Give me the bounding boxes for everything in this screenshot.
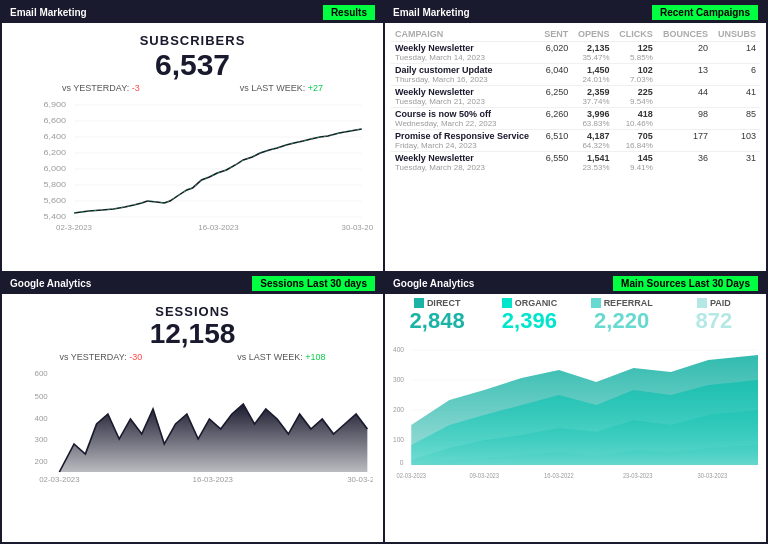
campaign-name: Promise of Responsive Service <box>395 131 535 141</box>
paid-label: PAID <box>710 298 731 308</box>
email-marketing-campaigns-panel: Email Marketing Recent Campaigns CAMPAIG… <box>385 2 766 271</box>
direct-value: 2,848 <box>393 308 481 334</box>
svg-text:5,800: 5,800 <box>44 179 67 188</box>
direct-label: DIRECT <box>427 298 461 308</box>
google-analytics-sources-panel: Google Analytics Main Sources Last 30 Da… <box>385 273 766 542</box>
paid-value: 872 <box>670 308 758 334</box>
referral-label: REFERRAL <box>604 298 653 308</box>
campaign-name-cell: Daily customer Update Thursday, March 16… <box>391 64 539 86</box>
campaign-name-cell: Weekly Newsletter Tuesday, March 14, 202… <box>391 42 539 64</box>
svg-text:300: 300 <box>35 435 48 443</box>
table-row: Weekly Newsletter Tuesday, March 28, 202… <box>391 152 760 174</box>
table-row: Weekly Newsletter Tuesday, March 14, 202… <box>391 42 760 64</box>
ga-sessions-badge: Sessions Last 30 days <box>252 276 375 291</box>
subscribers-number: 6,537 <box>155 48 230 81</box>
unsubs-cell: 14 <box>712 42 760 64</box>
svg-text:400: 400 <box>35 414 48 422</box>
svg-text:0: 0 <box>400 457 404 467</box>
ga-sources-title: Google Analytics <box>393 278 474 289</box>
google-analytics-sessions-panel: Google Analytics Sessions Last 30 days S… <box>2 273 383 542</box>
campaign-name-cell: Weekly Newsletter Tuesday, March 21, 202… <box>391 86 539 108</box>
svg-rect-28 <box>414 298 424 308</box>
unsubs-cell: 41 <box>712 86 760 108</box>
email-marketing-left-badge: Results <box>323 5 375 20</box>
campaign-date: Friday, March 24, 2023 <box>395 141 535 150</box>
campaign-name: Weekly Newsletter <box>395 43 535 53</box>
source-referral: REFERRAL 2,220 <box>578 298 666 334</box>
campaign-date: Tuesday, March 14, 2023 <box>395 53 535 62</box>
email-marketing-right-title: Email Marketing <box>393 7 470 18</box>
clicks-cell: 225 9.54% <box>614 86 657 108</box>
svg-text:30-03-2023: 30-03-2023 <box>347 475 373 483</box>
col-opens: OPENS <box>572 27 613 42</box>
svg-text:6,400: 6,400 <box>44 131 67 140</box>
bounces-cell: 36 <box>657 152 712 174</box>
svg-text:400: 400 <box>393 344 404 354</box>
sent-cell: 6,020 <box>539 42 572 64</box>
sources-content: DIRECT 2,848 ORGANIC 2,396 REFERRAL 2,22… <box>385 294 766 542</box>
campaigns-content: CAMPAIGN SENT OPENS CLICKS BOUNCES UNSUB… <box>385 23 766 271</box>
campaign-name-cell: Weekly Newsletter Tuesday, March 28, 202… <box>391 152 539 174</box>
table-row: Promise of Responsive Service Friday, Ma… <box>391 130 760 152</box>
email-marketing-subscribers-panel: Email Marketing Results SUBSCRIBERS 6,53… <box>2 2 383 271</box>
bounces-cell: 20 <box>657 42 712 64</box>
referral-icon <box>591 298 601 308</box>
sessions-vs-last-week-value: +108 <box>305 352 325 362</box>
sessions-comparisons: vs YESTERDAY: -30 vs LAST WEEK: +108 <box>12 352 373 362</box>
sent-cell: 6,250 <box>539 86 572 108</box>
sessions-vs-last-week: vs LAST WEEK: +108 <box>237 352 325 362</box>
svg-rect-31 <box>697 298 707 308</box>
unsubs-cell: 6 <box>712 64 760 86</box>
campaign-name: Weekly Newsletter <box>395 153 535 163</box>
clicks-cell: 705 16.84% <box>614 130 657 152</box>
vs-last-week: vs LAST WEEK: +27 <box>240 83 323 93</box>
sent-cell: 6,550 <box>539 152 572 174</box>
campaign-date: Tuesday, March 28, 2023 <box>395 163 535 172</box>
col-sent: SENT <box>539 27 572 42</box>
col-bounces: BOUNCES <box>657 27 712 42</box>
opens-cell: 2,135 35.47% <box>572 42 613 64</box>
svg-text:200: 200 <box>393 404 404 414</box>
svg-text:02-03-2023: 02-03-2023 <box>39 475 79 483</box>
campaign-date: Wednesday, March 22, 2023 <box>395 119 535 128</box>
opens-cell: 3,996 63.83% <box>572 108 613 130</box>
sent-cell: 6,260 <box>539 108 572 130</box>
vs-yesterday-value: -3 <box>132 83 140 93</box>
organic-label: ORGANIC <box>515 298 558 308</box>
opens-cell: 4,187 64.32% <box>572 130 613 152</box>
ga-sources-badge: Main Sources Last 30 Days <box>613 276 758 291</box>
bounces-cell: 98 <box>657 108 712 130</box>
sessions-vs-yesterday: vs YESTERDAY: -30 <box>60 352 143 362</box>
unsubs-cell: 103 <box>712 130 760 152</box>
svg-text:6,200: 6,200 <box>44 147 67 156</box>
bounces-cell: 44 <box>657 86 712 108</box>
col-campaign: CAMPAIGN <box>391 27 539 42</box>
svg-text:6,600: 6,600 <box>44 115 67 124</box>
campaign-name-cell: Promise of Responsive Service Friday, Ma… <box>391 130 539 152</box>
svg-text:100: 100 <box>393 434 404 444</box>
svg-marker-45 <box>411 355 758 465</box>
sessions-content: SESSIONS 12,158 vs YESTERDAY: -30 vs LAS… <box>2 294 383 542</box>
col-unsubs: UNSUBS <box>712 27 760 42</box>
table-row: Course is now 50% off Wednesday, March 2… <box>391 108 760 130</box>
unsubs-cell: 85 <box>712 108 760 130</box>
svg-text:600: 600 <box>35 369 48 377</box>
bounces-cell: 177 <box>657 130 712 152</box>
clicks-cell: 102 7.03% <box>614 64 657 86</box>
svg-text:500: 500 <box>35 392 48 400</box>
bounces-cell: 13 <box>657 64 712 86</box>
sent-cell: 6,510 <box>539 130 572 152</box>
svg-marker-24 <box>59 404 367 472</box>
subscribers-content: SUBSCRIBERS 6,537 vs YESTERDAY: -3 vs LA… <box>2 23 383 271</box>
clicks-cell: 125 5.85% <box>614 42 657 64</box>
clicks-cell: 145 9.41% <box>614 152 657 174</box>
subscribers-comparisons: vs YESTERDAY: -3 vs LAST WEEK: +27 <box>12 83 373 93</box>
sessions-title: SESSIONS <box>155 304 229 319</box>
source-direct: DIRECT 2,848 <box>393 298 481 334</box>
svg-text:300: 300 <box>393 374 404 384</box>
opens-cell: 2,359 37.74% <box>572 86 613 108</box>
opens-cell: 1,450 24.01% <box>572 64 613 86</box>
table-row: Weekly Newsletter Tuesday, March 21, 202… <box>391 86 760 108</box>
sessions-chart: 600 500 400 300 200 02-03-2023 16-03-202… <box>12 364 373 536</box>
sources-chart: 400 300 200 100 0 02-03 <box>393 340 758 538</box>
